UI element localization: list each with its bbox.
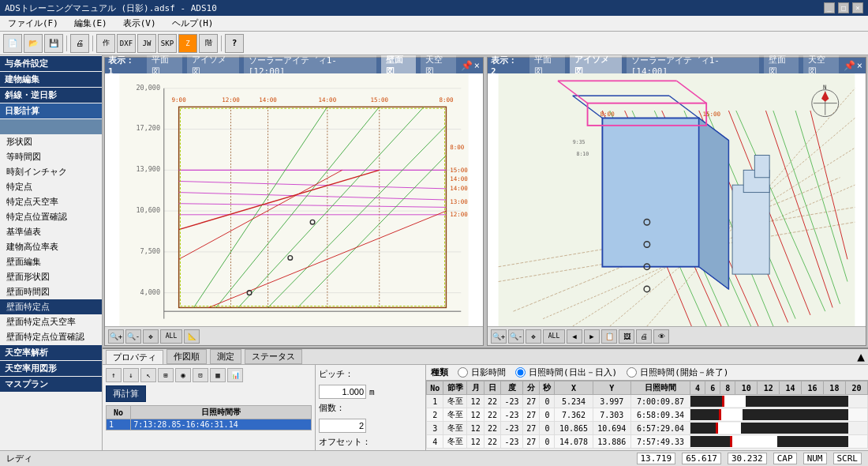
app-title: ADSトレーニングマニュアル (日影).adsf - ADS10 [5,2,217,14]
new-btn[interactable]: 📄 [3,34,22,53]
menu-edit[interactable]: 編集(E) [69,16,112,31]
sidebar-item-hekimen-tokuten[interactable]: 壁面特定点 [0,299,102,314]
tool-z[interactable]: Z [178,34,197,53]
radio-nissho-hi[interactable] [515,367,526,378]
minimize-btn[interactable]: _ [824,2,835,13]
sidebar-section-nichiei[interactable]: 日影計算 [0,103,102,118]
props-btn-4[interactable]: ⊞ [158,368,174,382]
count-input[interactable] [319,419,366,433]
sidebar-section-tenkuuritsu[interactable]: 天空率解析 [0,345,102,360]
view-canvas-1[interactable]: 20,000 17,200 13,900 10,600 7,500 4,000 [105,73,483,326]
nav-prev[interactable]: ◀ [567,329,582,344]
radio-nichiei[interactable] [458,367,468,378]
props-btn-2[interactable]: ↓ [123,368,139,382]
svg-text:9:35: 9:35 [573,139,586,145]
sidebar-section-tenkuu-zukei[interactable]: 天空率用図形 [0,361,102,376]
sidebar-item-kijun[interactable]: 基準値表 [0,224,102,239]
view-canvas-2[interactable]: N 15:00 8:00 9:35 8:10 [488,73,866,326]
th-season: 節季 [443,381,467,395]
sidebar-section-tatemono[interactable]: 建物編集 [0,72,102,87]
sidebar-section-masu[interactable]: マスプラン [0,377,102,392]
sidebar-item-hekimen-edit[interactable]: 壁面編集 [0,254,102,269]
sidebar-item-hekimen-kakunin[interactable]: 壁面特定点位置確認 [0,329,102,344]
maximize-btn[interactable]: □ [838,2,849,13]
svg-text:8:00: 8:00 [439,96,454,103]
sidebar-item-hekimen-tenkuu[interactable]: 壁面特定点天空率 [0,314,102,329]
table-cell: 5.234 [555,395,593,408]
recalc-button[interactable]: 再計算 [106,385,146,402]
sidebar-item-jikoku[interactable]: 時刻インチャク [0,164,102,179]
view-panel-1-close[interactable]: × [474,60,480,71]
table-row[interactable]: 4冬至1222-2327014.07813.8867:57:49.33 [427,435,868,449]
open-btn[interactable]: 📂 [24,34,43,53]
zoom-in-btn-2[interactable]: 🔍+ [491,329,507,344]
menu-help[interactable]: ヘルプ(H) [167,16,219,31]
eye-btn-2[interactable]: 👁 [653,329,669,344]
pan-btn-1[interactable]: ✥ [143,329,159,344]
count-label: 個数： [319,402,345,414]
view-panel-1: 表示：1 平面図 アイソメ図 ソーラーアイテ゛ィ1-[12:00] 壁面図 天空… [104,57,484,346]
sidebar-item-tokuten-kakunin[interactable]: 特定点位置確認 [0,209,102,224]
props-btn-8[interactable]: 📊 [227,368,243,382]
props-toolbar: ↑ ↓ ↖ ⊞ ◉ ⊡ ▦ 📊 [106,368,312,382]
pitch-input[interactable] [319,385,366,399]
fit-btn-2[interactable]: ALL [543,329,565,344]
table-row-1[interactable]: 1 7:13:28.85-16:46:31.14 [107,419,312,430]
nav-next[interactable]: ▶ [584,329,600,344]
zoom-in-btn-1[interactable]: 🔍+ [108,329,124,344]
pan-btn-2[interactable]: ✥ [526,329,541,344]
tool-dxf[interactable]: DXF [117,34,136,53]
save-btn[interactable]: 💾 [44,34,63,53]
render-btn-2[interactable]: 🖼 [619,329,634,344]
tool-skp[interactable]: SKP [158,34,177,53]
sidebar-item-tokuten[interactable]: 特定点 [0,179,102,194]
props-btn-3[interactable]: ↖ [140,368,156,382]
view-panel-2-pin[interactable]: 📌 [844,60,855,71]
menu-view[interactable]: 表示(V) [118,16,161,31]
props-btn-1[interactable]: ↑ [106,368,122,382]
sidebar-item-hekimen-jikan[interactable]: 壁面時間図 [0,284,102,299]
scroll-up-btn[interactable]: ▲ [857,349,865,364]
menu-file[interactable]: ファイル(F) [3,16,63,31]
th-20: 20 [845,381,867,395]
props-btn-7[interactable]: ▦ [210,368,226,382]
zoom-out-btn-1[interactable]: 🔍- [125,329,141,344]
measure-btn-1[interactable]: 📐 [184,329,200,344]
table-cell: 冬至 [443,408,467,422]
table-cell: 27 [523,435,540,449]
zoom-out-btn-2[interactable]: 🔍- [508,329,524,344]
tool-help[interactable]: ? [225,34,244,53]
tool-jw[interactable]: JW [137,34,156,53]
tool-saku[interactable]: 作 [96,34,115,53]
sidebar-item-hekimen-keijou[interactable]: 壁面形状図 [0,269,102,284]
sidebar-item-toji[interactable]: 等時間図 [0,149,102,164]
table-row[interactable]: 2冬至1222-232707.3627.3036:58:09.34 [427,408,868,422]
svg-text:10,600: 10,600 [136,206,160,214]
view-panel-1-pin[interactable]: 📌 [461,60,473,71]
radio-nissho-kaishi[interactable] [627,367,637,378]
bottom-panel: プロパティ 作図順 測定 ステータス ▲ ↑ ↓ ↖ ⊞ ◉ ⊡ ▦ [103,348,868,466]
tab-measure[interactable]: 測定 [210,349,241,364]
view-panel-2-close[interactable]: × [857,60,862,71]
view-svg-1: 20,000 17,200 13,900 10,600 7,500 4,000 [105,73,483,326]
sidebar-section-shakusen[interactable]: 斜線・逆日影 [0,88,102,103]
sidebar-section-yojoken[interactable]: 与条件設定 [0,56,102,71]
sidebar-item-tatemono-koi[interactable]: 建物高位率表 [0,239,102,254]
copy-btn-2[interactable]: 📋 [601,329,617,344]
tab-status[interactable]: ステータス [245,349,302,364]
print-btn-2[interactable]: 🖨 [636,329,652,344]
sidebar-item-tokuten-tenkuu[interactable]: 特定点天空率 [0,194,102,209]
tool-kai[interactable]: 階 [199,34,218,53]
th-x: X [555,381,593,395]
print-btn[interactable]: 🖨 [70,34,89,53]
tab-drawing-order[interactable]: 作図順 [166,349,207,364]
th-8: 8 [720,381,735,395]
sidebar-item-keijou[interactable]: 形状図 [0,134,102,149]
tab-properties[interactable]: プロパティ [106,350,163,364]
props-btn-6[interactable]: ⊡ [193,368,208,382]
fit-btn-1[interactable]: ALL [160,329,182,344]
table-row[interactable]: 1冬至1222-232705.2343.9977:00:09.87 [427,395,868,408]
table-row[interactable]: 3冬至1222-2327010.86510.6946:57:29.04 [427,422,868,435]
close-btn[interactable]: × [852,2,863,13]
props-btn-5[interactable]: ◉ [175,368,191,382]
